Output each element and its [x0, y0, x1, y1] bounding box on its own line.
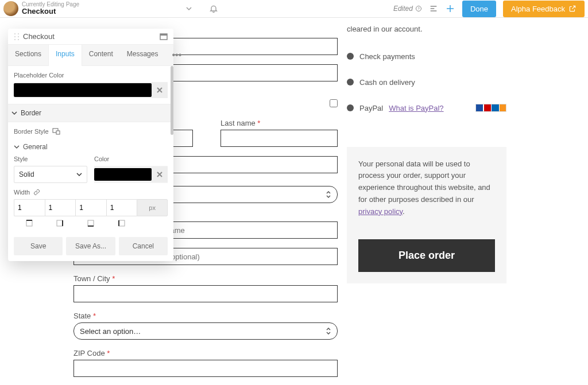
- panel-title: Checkout: [23, 32, 160, 41]
- width-right-input[interactable]: [45, 199, 76, 216]
- state-label: State *: [74, 312, 338, 320]
- panel-tabs: Sections Inputs Content Messages •••: [8, 45, 173, 66]
- top-bar: Currently Editing Page Checkout Edited ?…: [0, 0, 588, 18]
- tab-more-icon[interactable]: •••: [165, 45, 188, 65]
- radio-icon: [347, 79, 354, 85]
- zip-label: ZIP Code *: [74, 349, 338, 357]
- notifications-bell-icon[interactable]: [209, 4, 218, 13]
- color-swatch[interactable]: [14, 83, 152, 97]
- color-swatch[interactable]: [94, 168, 152, 181]
- style-value: Solid: [19, 170, 34, 178]
- layout-icon[interactable]: [429, 4, 438, 13]
- svg-point-5: [18, 36, 19, 37]
- drag-handle-icon[interactable]: [14, 33, 20, 41]
- svg-rect-14: [57, 220, 63, 226]
- alpha-feedback-button[interactable]: Alpha Feedback: [503, 1, 585, 17]
- state-placeholder: Select an option…: [80, 327, 141, 336]
- topbar-left: Currently Editing Page Checkout: [0, 1, 218, 16]
- width-unit[interactable]: px: [137, 199, 168, 216]
- svg-rect-9: [160, 34, 167, 36]
- paypal-what-link[interactable]: What is PayPal?: [389, 104, 443, 112]
- editor-panel: Checkout Sections Inputs Content Message…: [8, 29, 173, 261]
- side-left-icon: [106, 220, 137, 227]
- placeholder-color-label: Placeholder Color: [14, 72, 168, 79]
- width-bottom-input[interactable]: [75, 199, 106, 216]
- clear-color-icon[interactable]: [152, 166, 168, 182]
- tab-sections[interactable]: Sections: [8, 45, 48, 65]
- side-bottom-icon: [75, 220, 106, 227]
- color-label: Color: [94, 155, 168, 162]
- edited-indicator[interactable]: Edited ?: [393, 5, 422, 13]
- width-top-input[interactable]: [14, 199, 45, 216]
- page-switch-chevron-icon[interactable]: [186, 6, 192, 11]
- responsive-icon[interactable]: [52, 128, 60, 135]
- select-arrow-icon: [326, 191, 331, 198]
- cancel-button[interactable]: Cancel: [119, 237, 168, 255]
- tab-content[interactable]: Content: [82, 45, 120, 65]
- page-name: Checkout: [22, 7, 79, 15]
- last-name-label: Last name *: [220, 119, 338, 127]
- payment-option-cod[interactable]: Cash on delivery: [347, 78, 506, 87]
- save-button[interactable]: Save: [14, 237, 63, 255]
- general-label: General: [23, 143, 48, 151]
- payment-label: Check payments: [359, 52, 415, 61]
- svg-point-2: [14, 33, 16, 34]
- svg-rect-18: [119, 220, 125, 226]
- app-logo-icon[interactable]: [3, 1, 18, 16]
- width-label: Width: [14, 189, 30, 196]
- bank-transfer-note: cleared in our account.: [347, 24, 506, 35]
- svg-rect-11: [56, 131, 60, 134]
- side-right-icon: [45, 220, 76, 227]
- radio-icon: [347, 104, 354, 111]
- payment-column: cleared in our account. Check payments C…: [347, 18, 506, 283]
- tab-inputs[interactable]: Inputs: [48, 45, 82, 66]
- width-left-input[interactable]: [106, 199, 137, 216]
- width-inputs: px: [14, 199, 168, 216]
- payment-label: Cash on delivery: [359, 78, 415, 87]
- done-button[interactable]: Done: [462, 1, 496, 17]
- topbar-right: Edited ? Done Alpha Feedback: [393, 1, 585, 17]
- svg-point-7: [18, 39, 19, 40]
- border-section-label: Border: [21, 109, 41, 117]
- general-section-toggle[interactable]: General: [14, 138, 168, 155]
- state-select[interactable]: Select an option…: [74, 322, 338, 340]
- svg-text:?: ?: [417, 7, 420, 10]
- panel-header[interactable]: Checkout: [8, 29, 173, 45]
- expand-panel-icon[interactable]: [160, 33, 168, 40]
- add-plus-icon[interactable]: [445, 3, 455, 14]
- page-info[interactable]: Currently Editing Page Checkout: [22, 1, 79, 15]
- payment-cards-icon: [475, 104, 506, 112]
- payment-option-paypal[interactable]: PayPal What is PayPal?: [347, 104, 506, 112]
- border-color-picker[interactable]: [94, 166, 168, 183]
- last-name-input[interactable]: [220, 130, 338, 147]
- privacy-policy-link[interactable]: privacy policy: [358, 207, 403, 216]
- place-order-button[interactable]: Place order: [358, 239, 495, 272]
- ship-checkbox[interactable]: [330, 99, 338, 107]
- tab-messages[interactable]: Messages: [120, 45, 165, 65]
- placeholder-color-picker[interactable]: [14, 82, 168, 98]
- external-link-icon: [568, 5, 577, 13]
- style-label: Style: [14, 155, 87, 162]
- svg-rect-12: [26, 220, 32, 226]
- zip-input[interactable]: [74, 360, 338, 377]
- clear-color-icon[interactable]: [152, 82, 168, 98]
- svg-point-6: [14, 39, 16, 40]
- border-section-body: Border Style General Style Solid Color: [14, 122, 168, 229]
- save-as-button[interactable]: Save As...: [66, 237, 115, 255]
- disclaimer-text: Your personal data will be used to proce…: [358, 160, 490, 204]
- border-style-label: Border Style: [14, 128, 168, 135]
- payment-option-check[interactable]: Check payments: [347, 52, 506, 61]
- panel-body: Placeholder Color Border Border Style Ge…: [8, 66, 173, 231]
- town-input[interactable]: [74, 285, 338, 302]
- link-values-icon[interactable]: [33, 189, 40, 196]
- select-arrow-icon: [326, 328, 331, 335]
- chevron-down-icon: [76, 172, 82, 177]
- side-top-icon: [14, 220, 45, 227]
- border-section-toggle[interactable]: Border: [8, 104, 173, 122]
- town-label: Town / City *: [74, 274, 338, 283]
- payment-label: PayPal: [359, 104, 383, 112]
- scrollbar-thumb[interactable]: [171, 66, 173, 135]
- border-style-select[interactable]: Solid: [14, 166, 87, 183]
- chevron-down-icon: [11, 110, 17, 116]
- radio-icon: [347, 53, 354, 60]
